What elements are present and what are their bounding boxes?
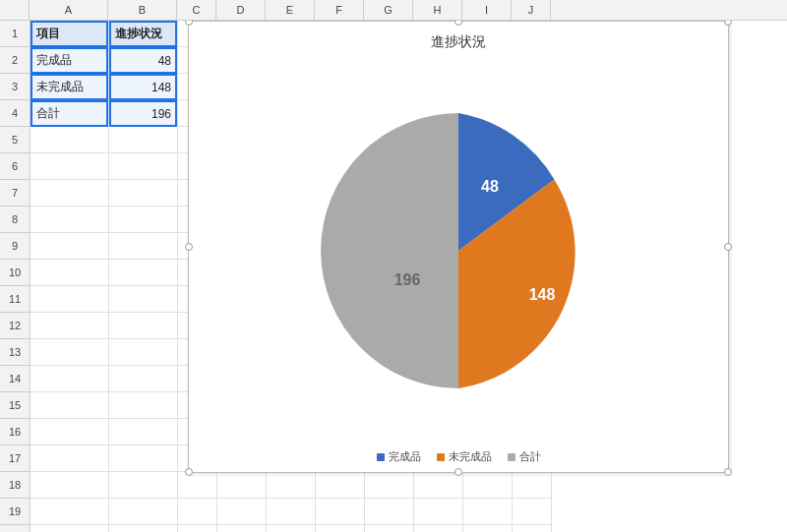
row-header-17: 17 [0,445,30,472]
corner-cell [0,0,30,20]
row-header-14: 14 [0,366,30,392]
handle-dot-mr [724,243,732,251]
cell-a15[interactable] [30,392,108,419]
cell-b12[interactable] [109,313,177,339]
cell-a9[interactable] [30,233,108,260]
cell-b13[interactable] [109,339,177,366]
grid-col-b: 進捗状況48148196 [109,21,178,532]
row-header-6: 6 [0,153,30,180]
row-header-12: 12 [0,313,30,339]
handle-dot-tr [724,21,732,26]
cell-a1[interactable]: 項目 [30,21,108,47]
cell-i18[interactable] [463,472,512,499]
handle-dot-tm [454,21,462,26]
row-header-8: 8 [0,207,30,233]
cell-j18[interactable] [513,472,551,499]
cell-h19[interactable] [414,499,462,525]
chart-svg-area: 48 148 196 [301,59,616,442]
cell-a13[interactable] [30,339,108,366]
cell-g19[interactable] [365,499,413,525]
cell-b11[interactable] [109,286,177,313]
cell-a14[interactable] [30,366,108,392]
col-header-b: B [108,0,177,20]
col-header-i: I [462,0,512,20]
cell-b14[interactable] [109,366,177,392]
legend-dot-completed [377,453,385,461]
col-header-d: D [216,0,266,20]
row-header-16: 16 [0,419,30,445]
chart-title: 進捗状況 [431,33,486,51]
legend-item-completed: 完成品 [377,449,421,464]
cell-c19[interactable] [178,499,216,525]
row-header-9: 9 [0,233,30,260]
col-header-h: H [413,0,462,20]
legend-label-total: 合計 [519,449,541,464]
cell-b7[interactable] [109,180,177,207]
cell-b5[interactable] [109,127,177,153]
legend-label-completed: 完成品 [389,449,421,464]
row-header-19: 19 [0,499,30,525]
col-header-e: E [266,0,315,20]
cell-a10[interactable] [30,260,108,286]
cell-a17[interactable] [30,445,108,472]
cell-a16[interactable] [30,419,108,445]
cell-c18[interactable] [178,472,216,499]
handle-dot-bm [454,468,462,476]
cell-b19[interactable] [109,499,177,525]
cell-a3[interactable]: 未完成品 [30,74,108,100]
handle-dot-ml [185,243,193,251]
cell-b8[interactable] [109,207,177,233]
column-headers: ABCDEFGHIJ [0,0,787,21]
cell-b18[interactable] [109,472,177,499]
cell-a5[interactable] [30,127,108,153]
cell-d19[interactable] [217,499,266,525]
cell-h18[interactable] [414,472,462,499]
cell-b6[interactable] [109,153,177,180]
cell-b16[interactable] [109,419,177,445]
cell-a7[interactable] [30,180,108,207]
cell-a4[interactable]: 合計 [30,100,108,127]
cell-b4[interactable]: 196 [109,100,177,127]
legend-dot-total [508,453,515,461]
cell-d18[interactable] [217,472,266,499]
legend-dot-incomplete [437,453,445,461]
handle-dot-tl [185,21,193,26]
handle-dot-bl [185,468,193,476]
cell-a2[interactable]: 完成品 [30,47,108,74]
grid-content: 項目完成品未完成品合計進捗状況48148196 進捗状況 [30,21,787,532]
cell-b1[interactable]: 進捗状況 [109,21,177,47]
cell-b15[interactable] [109,392,177,419]
spreadsheet: ABCDEFGHIJ 12345678910111213141516171819… [0,0,787,532]
cell-j19[interactable] [513,499,551,525]
row-header-1: 1 [0,21,30,47]
cell-f18[interactable] [316,472,364,499]
cell-a19[interactable] [30,499,108,525]
cell-e18[interactable] [267,472,315,499]
pie-chart: 48 148 196 [301,93,616,408]
row-headers: 12345678910111213141516171819 [0,21,30,532]
cell-g18[interactable] [365,472,413,499]
row-header-3: 3 [0,74,30,100]
col-header-j: J [512,0,551,20]
chart-container[interactable]: 進捗状況 48 [188,21,729,473]
cell-a18[interactable] [30,472,108,499]
col-header-f: F [315,0,364,20]
cell-b9[interactable] [109,233,177,260]
grid-body: 12345678910111213141516171819 項目完成品未完成品合… [0,21,787,532]
cell-a8[interactable] [30,207,108,233]
col-header-g: G [364,0,413,20]
cell-a6[interactable] [30,153,108,180]
legend-item-incomplete: 未完成品 [437,449,492,464]
cell-a11[interactable] [30,286,108,313]
row-header-15: 15 [0,392,30,419]
row-header-10: 10 [0,260,30,286]
cell-a12[interactable] [30,313,108,339]
cell-b3[interactable]: 148 [109,74,177,100]
row-header-5: 5 [0,127,30,153]
cell-b10[interactable] [109,260,177,286]
cell-i19[interactable] [463,499,512,525]
cell-b17[interactable] [109,445,177,472]
cell-e19[interactable] [267,499,315,525]
cell-f19[interactable] [316,499,364,525]
cell-b2[interactable]: 48 [109,47,177,74]
